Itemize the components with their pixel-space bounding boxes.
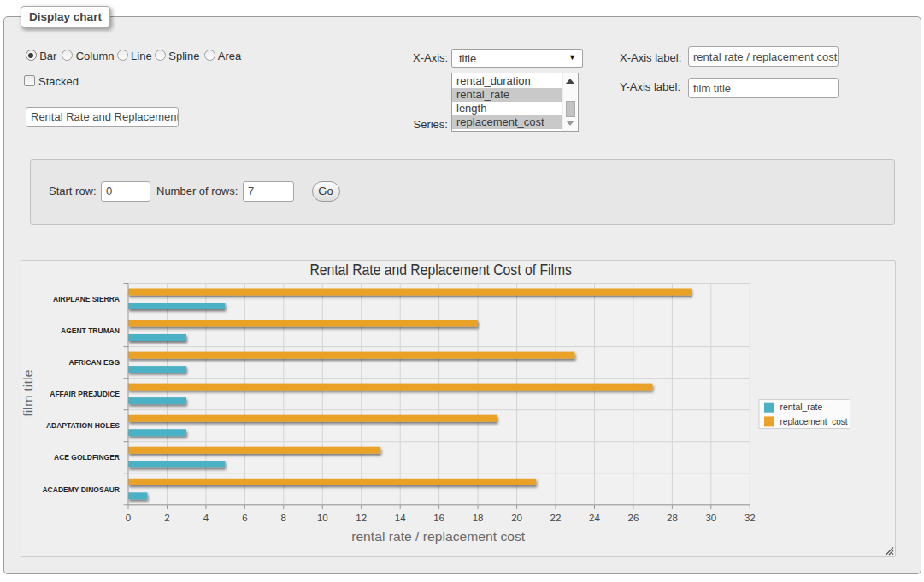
svg-text:0: 0 xyxy=(126,513,131,523)
svg-text:24: 24 xyxy=(589,513,600,523)
svg-text:26: 26 xyxy=(628,513,639,523)
svg-text:AFFAIR PREJUDICE: AFFAIR PREJUDICE xyxy=(50,390,120,398)
svg-text:20: 20 xyxy=(511,513,522,523)
svg-text:12: 12 xyxy=(356,513,367,523)
svg-text:rental rate / replacement cost: rental rate / replacement cost xyxy=(351,529,526,544)
svg-text:film title: film title xyxy=(21,369,35,416)
svg-text:10: 10 xyxy=(317,513,328,523)
svg-text:ADAPTATION HOLES: ADAPTATION HOLES xyxy=(46,421,120,430)
svg-text:rental_rate: rental_rate xyxy=(780,403,823,412)
svg-text:28: 28 xyxy=(667,513,678,523)
svg-text:2: 2 xyxy=(164,513,169,523)
svg-text:ACE GOLDFINGER: ACE GOLDFINGER xyxy=(54,453,120,461)
svg-text:22: 22 xyxy=(550,513,562,523)
svg-text:16: 16 xyxy=(433,513,444,523)
svg-text:ACADEMY DINOSAUR: ACADEMY DINOSAUR xyxy=(42,485,120,494)
svg-text:14: 14 xyxy=(395,513,406,523)
svg-text:AFRICAN EGG: AFRICAN EGG xyxy=(69,358,121,367)
svg-text:Rental Rate and Replacement Co: Rental Rate and Replacement Cost of Film… xyxy=(309,262,572,279)
svg-text:32: 32 xyxy=(744,513,756,523)
svg-text:AIRPLANE SIERRA: AIRPLANE SIERRA xyxy=(53,295,120,303)
svg-text:8: 8 xyxy=(281,513,286,523)
svg-text:replacement_cost: replacement_cost xyxy=(780,417,848,426)
svg-text:6: 6 xyxy=(242,513,247,523)
svg-text:30: 30 xyxy=(705,513,716,523)
svg-text:AGENT TRUMAN: AGENT TRUMAN xyxy=(61,326,120,335)
svg-text:4: 4 xyxy=(203,513,209,523)
svg-text:18: 18 xyxy=(473,513,484,523)
